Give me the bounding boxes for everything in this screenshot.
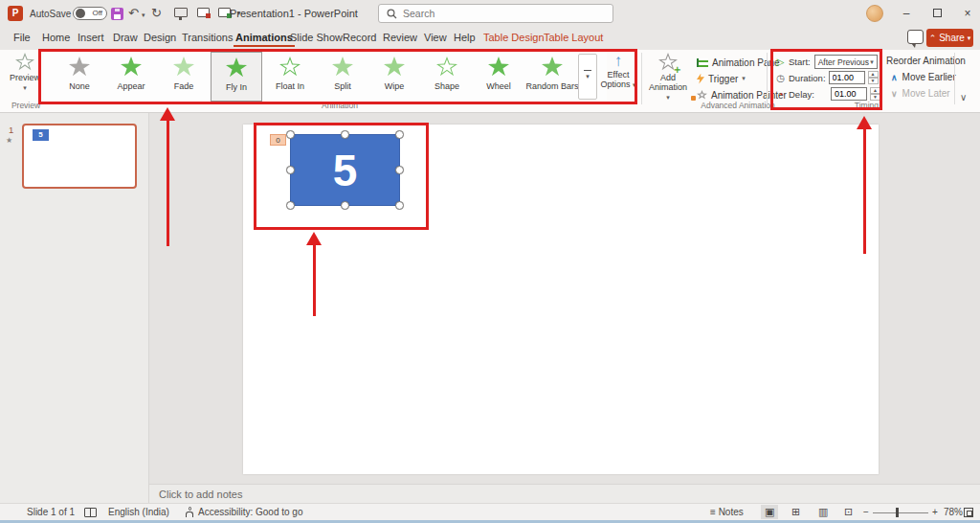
share-button[interactable]: ⌃ Share ▾ (926, 29, 973, 47)
fit-to-window-icon[interactable] (964, 508, 973, 517)
thumbnail-shape: 5 (33, 129, 49, 141)
language-indicator[interactable]: English (India) (108, 507, 169, 517)
account-avatar[interactable] (866, 5, 883, 22)
title-bar: P AutoSave Off ↶ ▾ ↻ ▾ Presentation1 - P… (0, 0, 980, 27)
preview-label: Preview (10, 73, 40, 82)
slide-number: 1 (9, 125, 13, 135)
save-icon[interactable] (111, 8, 123, 20)
tab-slide-show[interactable]: Slide Show (290, 32, 343, 43)
share-caret-icon: ▾ (968, 34, 971, 42)
tab-help[interactable]: Help (454, 32, 476, 43)
start-slideshow-icon[interactable] (174, 8, 188, 17)
powerpoint-logo-icon: P (8, 6, 23, 21)
add-animation-caret-icon: ▾ (666, 94, 670, 101)
tab-draw[interactable]: Draw (113, 32, 138, 43)
trigger-button[interactable]: Trigger ▾ (697, 72, 746, 85)
toggle-knob-icon (76, 9, 85, 18)
reading-view-icon[interactable]: ▥ (814, 505, 832, 519)
slide-sorter-view-icon[interactable]: ⊞ (788, 505, 804, 519)
window-title: Presentation1 - PowerPoint (230, 8, 402, 19)
slide-thumbnail-panel: 1 ★ 5 (0, 113, 149, 503)
tab-record[interactable]: Record (343, 32, 376, 43)
comments-icon[interactable] (907, 30, 924, 44)
autosave-label: AutoSave (30, 9, 71, 19)
move-later-button[interactable]: ∨ Move Later (891, 88, 950, 99)
tab-home[interactable]: Home (42, 32, 70, 43)
search-bar[interactable] (378, 4, 613, 23)
add-animation-button[interactable]: ＋ Add Animation ▾ (647, 53, 689, 102)
tab-file[interactable]: File (13, 32, 31, 43)
search-input[interactable] (403, 8, 575, 19)
minimize-button[interactable]: – (892, 0, 921, 27)
zoom-in-icon[interactable]: + (932, 507, 938, 517)
tab-table-layout[interactable]: Table Layout (544, 32, 603, 43)
preview-star-icon (15, 53, 34, 71)
maximize-button[interactable] (923, 0, 951, 27)
status-bar: Slide 1 of 1 English (India) Accessibili… (0, 503, 980, 520)
share-label: Share (939, 33, 965, 43)
chevron-down-icon: ∨ (891, 89, 898, 99)
group-separator (767, 53, 768, 104)
lightning-icon (697, 74, 704, 84)
undo-dropdown-icon[interactable]: ▾ (142, 11, 145, 19)
tab-table-design[interactable]: Table Design (483, 32, 545, 43)
tab-view[interactable]: View (424, 32, 447, 43)
redo-icon[interactable]: ↻ (151, 6, 162, 21)
zoom-slider-thumb[interactable] (896, 508, 899, 517)
tab-animations[interactable]: Animations (235, 32, 293, 43)
normal-view-icon[interactable]: ▣ (761, 505, 778, 519)
slide-thumbnail[interactable]: 5 (22, 124, 137, 189)
tab-design[interactable]: Design (144, 32, 176, 43)
zoom-level[interactable]: 78% (944, 507, 963, 517)
slideshow-view-icon[interactable]: ⊡ (840, 505, 857, 519)
animation-indicator-star-icon: ★ (6, 136, 12, 145)
spellcheck-book-icon[interactable] (84, 508, 97, 517)
group-separator (954, 53, 955, 104)
collapse-ribbon-icon[interactable]: ∨ (960, 92, 967, 102)
annotation-box-timing (770, 49, 882, 110)
notes-toggle-button[interactable]: ≡ Notes (710, 507, 744, 517)
annotation-box-shape (254, 123, 429, 230)
move-earlier-button[interactable]: ∧ Move Earlier (891, 72, 956, 82)
zoom-slider-track[interactable] (873, 512, 928, 513)
plus-icon: ＋ (672, 62, 682, 77)
notes-pane[interactable]: Click to add notes (149, 484, 980, 503)
trigger-caret-icon: ▾ (742, 75, 746, 82)
slide-indicator: Slide 1 of 1 (27, 507, 75, 517)
chevron-up-icon: ∧ (891, 73, 898, 82)
tab-review[interactable]: Review (383, 32, 417, 43)
ribbon-tabs-bar: File Home Insert Draw Design Transitions… (0, 27, 980, 50)
paintbrush-icon (691, 96, 696, 101)
powerpoint-window: P AutoSave Off ↶ ▾ ↻ ▾ Presentation1 - P… (0, 0, 980, 523)
autosave-state: Off (92, 9, 102, 17)
autosave-toggle[interactable]: Off (73, 7, 107, 20)
new-slide-icon[interactable] (197, 8, 210, 17)
tab-transitions[interactable]: Transitions (182, 32, 233, 43)
search-icon (387, 9, 397, 19)
group-separator (641, 53, 642, 104)
accessibility-status[interactable]: Accessibility: Good to go (198, 507, 303, 517)
annotation-box-animation-gallery (38, 49, 637, 104)
animation-pane-icon (697, 58, 708, 67)
tab-insert[interactable]: Insert (78, 32, 104, 43)
accessibility-person-icon (185, 507, 194, 518)
preview-caret-icon: ▾ (23, 84, 27, 91)
close-button[interactable]: × (953, 0, 980, 27)
share-icon: ⌃ (929, 34, 937, 43)
undo-icon[interactable]: ↶ (128, 6, 139, 21)
zoom-out-icon[interactable]: − (863, 507, 869, 517)
animation-painter-star-icon (697, 90, 707, 100)
